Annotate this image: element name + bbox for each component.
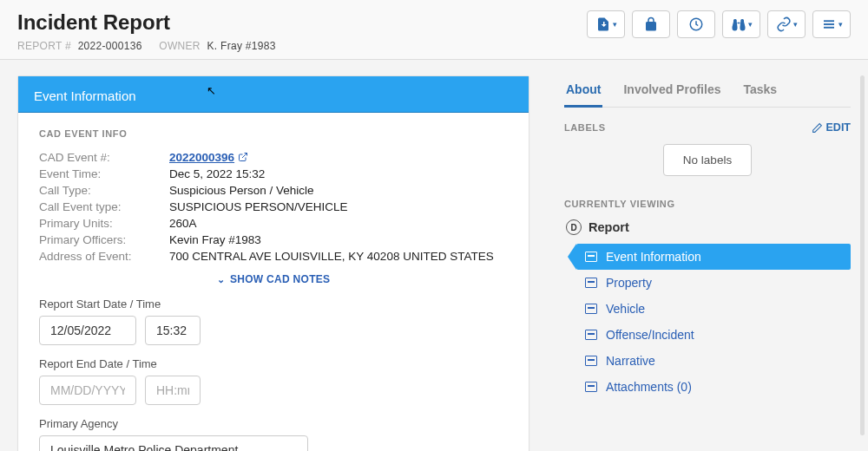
primary-units-value: 260A	[169, 217, 197, 230]
section-icon	[585, 356, 597, 366]
page-title: Incident Report	[17, 10, 290, 35]
export-button[interactable]: ▾	[587, 10, 625, 38]
lock-button[interactable]	[632, 10, 670, 38]
binoculars-icon	[731, 16, 746, 32]
nav-item-attachments[interactable]: Attachments (0)	[576, 374, 851, 400]
main-content: Event Information CAD EVENT INFO CAD Eve…	[0, 60, 547, 451]
clock-icon	[688, 16, 704, 32]
pencil-icon	[812, 122, 823, 134]
cad-event-label: CAD Event #:	[39, 151, 169, 164]
section-icon	[585, 330, 597, 340]
section-icon	[585, 278, 597, 288]
section-icon	[585, 382, 597, 392]
nav-item-vehicle[interactable]: Vehicle	[576, 296, 851, 322]
link-icon	[776, 16, 792, 32]
document-circle-icon: D	[566, 219, 582, 235]
sidebar: About Involved Profiles Tasks LABELS EDI…	[547, 60, 868, 451]
sidebar-tabs: About Involved Profiles Tasks	[564, 75, 851, 108]
currently-viewing-label: CURRENTLY VIEWING	[564, 199, 851, 209]
call-type-label: Call Type:	[39, 184, 169, 197]
nav-item-event-information[interactable]: Event Information	[576, 244, 851, 270]
primary-agency-label: Primary Agency	[39, 417, 508, 430]
call-event-type-value: SUSPICIOUS PERSON/VEHICLE	[169, 200, 348, 213]
lock-icon	[643, 16, 659, 32]
history-button[interactable]	[677, 10, 715, 38]
owner-value: K. Fray #1983	[207, 40, 275, 52]
end-date-label: Report End Date / Time	[39, 357, 508, 370]
end-date-input[interactable]	[39, 376, 136, 405]
call-event-type-label: Call Event type:	[39, 200, 169, 213]
end-time-input[interactable]	[145, 376, 201, 405]
primary-agency-select[interactable]: Louisville Metro Police Department ⌄	[39, 435, 308, 451]
nav-item-offense-incident[interactable]: Offense/Incident	[576, 322, 851, 348]
start-date-input[interactable]	[39, 316, 136, 345]
report-number-label: REPORT #	[17, 40, 71, 52]
primary-units-label: Primary Units:	[39, 217, 169, 230]
chevron-down-icon: ⌄	[217, 274, 225, 284]
header-actions: ▾ ▾ ▾ ▾	[587, 10, 851, 38]
nav-list: Event Information Property Vehicle Offen…	[576, 244, 851, 400]
event-info-panel: Event Information CAD EVENT INFO CAD Eve…	[17, 75, 529, 451]
show-cad-notes-link[interactable]: ⌄SHOW CAD NOTES	[217, 273, 331, 285]
edit-labels-button[interactable]: EDIT	[812, 121, 851, 134]
nav-item-narrative[interactable]: Narrative	[576, 348, 851, 374]
tab-about[interactable]: About	[564, 75, 602, 108]
primary-officers-value: Kevin Fray #1983	[169, 233, 261, 246]
primary-agency-value: Louisville Metro Police Department	[50, 443, 238, 451]
no-labels-button[interactable]: No labels	[663, 144, 752, 176]
section-icon	[585, 304, 597, 314]
call-type-value: Suspicious Person / Vehicle	[169, 184, 314, 197]
section-icon	[585, 252, 597, 262]
watch-button[interactable]: ▾	[722, 10, 760, 38]
header-meta: REPORT # 2022-000136 OWNER K. Fray #1983	[17, 40, 290, 52]
menu-button[interactable]: ▾	[812, 10, 851, 38]
owner-label: OWNER	[159, 40, 201, 52]
start-time-input[interactable]	[145, 316, 201, 345]
cad-event-link[interactable]: 2022000396	[169, 151, 234, 164]
start-date-label: Report Start Date / Time	[39, 297, 508, 310]
export-icon	[595, 16, 611, 32]
labels-section-label: LABELS	[564, 122, 606, 133]
event-time-label: Event Time:	[39, 167, 169, 180]
chevron-down-icon: ⌄	[273, 445, 281, 452]
tab-tasks[interactable]: Tasks	[741, 75, 779, 107]
menu-icon	[821, 16, 837, 32]
report-number-value: 2022-000136	[78, 40, 142, 52]
tab-involved-profiles[interactable]: Involved Profiles	[621, 75, 722, 107]
nav-item-property[interactable]: Property	[576, 270, 851, 296]
scrollbar[interactable]	[860, 75, 865, 435]
link-button[interactable]: ▾	[767, 10, 806, 38]
external-link-icon	[238, 152, 248, 162]
cad-section-label: CAD EVENT INFO	[39, 128, 508, 139]
address-label: Address of Event:	[39, 250, 169, 263]
svg-line-4	[242, 154, 247, 159]
event-time-value: Dec 5, 2022 15:32	[169, 167, 265, 180]
page-header: Incident Report REPORT # 2022-000136 OWN…	[0, 0, 868, 60]
panel-title: Event Information	[18, 76, 529, 113]
nav-root-report[interactable]: D Report	[564, 219, 851, 235]
address-value: 700 CENTRAL AVE LOUISVILLE, KY 40208 UNI…	[169, 250, 494, 263]
primary-officers-label: Primary Officers:	[39, 233, 169, 246]
